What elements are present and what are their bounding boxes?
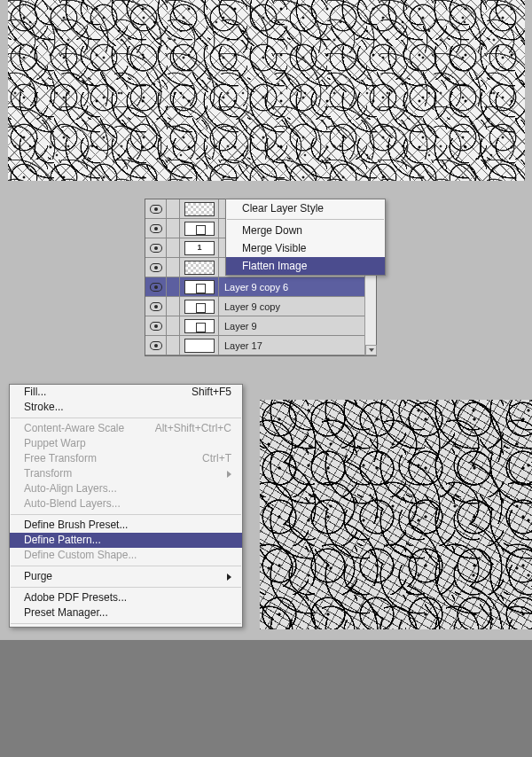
menu-separator — [227, 219, 384, 220]
menu-label: Adobe PDF Presets... — [24, 590, 127, 605]
menu-item-purge[interactable]: Purge — [10, 569, 242, 584]
menu-item-preset-manager[interactable]: Preset Manager... — [10, 605, 242, 620]
visibility-toggle[interactable] — [145, 238, 167, 258]
menu-label: Define Pattern... — [24, 533, 101, 548]
menu-shortcut: Alt+Shift+Ctrl+C — [155, 421, 231, 436]
eye-icon — [150, 341, 162, 350]
menu-label: Define Brush Preset... — [24, 518, 128, 533]
chevron-down-icon — [369, 348, 374, 352]
menu-label: Define Custom Shape... — [24, 548, 137, 563]
layer-context-menu[interactable]: Clear Layer Style Merge Down Merge Visib… — [225, 199, 386, 276]
menu-item-free-transform[interactable]: Free Transform Ctrl+T — [10, 451, 242, 466]
scroll-down-button[interactable] — [365, 345, 377, 355]
visibility-toggle[interactable] — [145, 199, 167, 219]
link-cell[interactable] — [167, 219, 180, 238]
bottom-empty-area — [0, 640, 532, 757]
menu-item-stroke[interactable]: Stroke... — [10, 400, 242, 415]
menu-item-transform[interactable]: Transform — [10, 466, 242, 481]
menu-item-define-pattern[interactable]: Define Pattern... — [10, 533, 242, 548]
layer-thumbnail[interactable] — [180, 238, 219, 258]
canvas-pattern-bottom — [260, 400, 532, 629]
canvas-pattern-top — [8, 0, 525, 181]
link-cell[interactable] — [167, 316, 180, 336]
menu-separator — [11, 418, 241, 418]
visibility-toggle[interactable] — [145, 219, 167, 238]
layer-name[interactable]: Layer 9 — [219, 321, 376, 332]
eye-icon — [150, 224, 162, 233]
menu-label: Transform — [24, 466, 72, 481]
layer-name[interactable]: Layer 9 copy 6 — [219, 282, 376, 293]
layers-panel-area: Layer 9 copy 6 Layer 9 copy Layer 9 Laye… — [145, 199, 386, 361]
submenu-arrow-icon — [227, 574, 231, 581]
layer-thumbnail[interactable] — [180, 277, 219, 297]
link-cell[interactable] — [167, 336, 180, 355]
menu-label: Purge — [24, 569, 52, 584]
layer-name[interactable]: Layer 9 copy — [219, 301, 376, 312]
menu-item-puppet-warp[interactable]: Puppet Warp — [10, 436, 242, 451]
menu-shortcut: Ctrl+T — [202, 451, 231, 466]
layer-thumbnail[interactable] — [180, 336, 219, 355]
eye-icon — [150, 244, 162, 253]
menu-item-flatten-image[interactable]: Flatten Image — [226, 257, 385, 275]
menu-separator — [11, 623, 241, 624]
eye-icon — [150, 205, 162, 214]
menu-label: Free Transform — [24, 451, 97, 466]
visibility-toggle[interactable] — [145, 277, 167, 297]
menu-label: Content-Aware Scale — [24, 421, 124, 436]
visibility-toggle[interactable] — [145, 297, 167, 316]
menu-item-merge-down[interactable]: Merge Down — [226, 222, 385, 239]
menu-item-fill[interactable]: Fill... Shift+F5 — [10, 385, 242, 400]
layer-row[interactable]: Layer 17 — [145, 336, 376, 355]
layer-row[interactable]: Layer 9 copy — [145, 297, 376, 316]
menu-item-merge-visible[interactable]: Merge Visible — [226, 239, 385, 257]
menu-label: Auto-Align Layers... — [24, 481, 117, 496]
eye-icon — [150, 283, 162, 292]
submenu-arrow-icon — [227, 471, 231, 478]
menu-label: Fill... — [24, 385, 46, 400]
menu-item-adobe-pdf-presets[interactable]: Adobe PDF Presets... — [10, 590, 242, 605]
menu-item-auto-blend-layers[interactable]: Auto-Blend Layers... — [10, 496, 242, 511]
layer-row[interactable]: Layer 9 — [145, 316, 376, 336]
visibility-toggle[interactable] — [145, 336, 167, 355]
layer-thumbnail[interactable] — [180, 316, 219, 336]
menu-label: Auto-Blend Layers... — [24, 496, 121, 511]
layer-thumbnail[interactable] — [180, 258, 219, 277]
link-cell[interactable] — [167, 258, 180, 277]
link-cell[interactable] — [167, 277, 180, 297]
edit-menu[interactable]: Fill... Shift+F5 Stroke... Content-Aware… — [9, 384, 243, 628]
eye-icon — [150, 263, 162, 272]
menu-label: Preset Manager... — [24, 605, 108, 620]
menu-separator — [11, 587, 241, 588]
menu-item-define-custom-shape[interactable]: Define Custom Shape... — [10, 548, 242, 563]
link-cell[interactable] — [167, 297, 180, 316]
menu-item-clear-layer-style[interactable]: Clear Layer Style — [226, 199, 385, 217]
layer-thumbnail[interactable] — [180, 199, 219, 219]
menu-separator — [11, 566, 241, 566]
visibility-toggle[interactable] — [145, 258, 167, 277]
menu-label: Puppet Warp — [24, 436, 86, 451]
eye-icon — [150, 302, 162, 311]
menu-item-content-aware-scale[interactable]: Content-Aware Scale Alt+Shift+Ctrl+C — [10, 421, 242, 436]
layer-thumbnail[interactable] — [180, 219, 219, 238]
layer-thumbnail[interactable] — [180, 297, 219, 316]
menu-item-define-brush-preset[interactable]: Define Brush Preset... — [10, 518, 242, 533]
link-cell[interactable] — [167, 238, 180, 258]
layer-row-selected[interactable]: Layer 9 copy 6 — [145, 277, 376, 297]
eye-icon — [150, 322, 162, 331]
visibility-toggle[interactable] — [145, 316, 167, 336]
menu-separator — [11, 514, 241, 515]
menu-shortcut: Shift+F5 — [192, 385, 231, 400]
link-cell[interactable] — [167, 199, 180, 219]
menu-label: Stroke... — [24, 400, 64, 415]
layer-name[interactable]: Layer 17 — [219, 340, 376, 351]
menu-item-auto-align-layers[interactable]: Auto-Align Layers... — [10, 481, 242, 496]
